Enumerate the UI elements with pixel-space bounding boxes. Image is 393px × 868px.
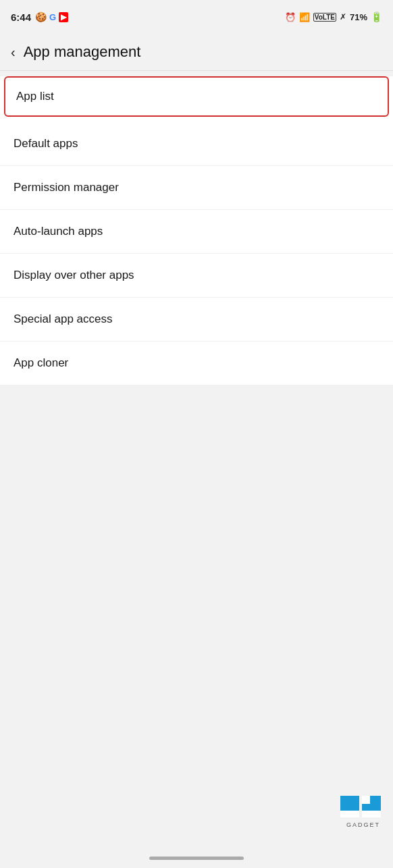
wifi-icon: 📶 [299,12,310,22]
menu-item-display-over-other-apps[interactable]: Display over other apps [0,254,393,298]
time-display: 6:44 [11,11,31,23]
alarm-icon: ⏰ [285,12,296,22]
status-time: 6:44 🍪 G ▶ [11,11,68,23]
menu-item-permission-manager[interactable]: Permission manager [0,166,393,210]
status-indicators: ⏰ 📶 VoLTE ✗ 71% 🔋 [285,11,382,22]
svg-rect-3 [362,811,381,817]
svg-text:GADGET: GADGET [346,821,380,828]
page-title: App management [24,43,141,61]
app-bar: ‹ App management [0,34,393,71]
battery-icon: 🔋 [371,11,382,22]
menu-item-special-app-access[interactable]: Special app access [0,298,393,342]
svg-rect-4 [362,796,370,804]
watermark: GADGET [339,793,388,831]
menu-item-default-apps[interactable]: Default apps [0,122,393,166]
menu-item-app-cloner[interactable]: App cloner [0,342,393,385]
cookie-icon: 🍪 [35,11,47,22]
home-bar [149,857,244,860]
youtube-icon: ▶ [59,12,68,22]
menu-item-auto-launch-apps[interactable]: Auto-launch apps [0,210,393,254]
signal-x-icon: ✗ [340,12,346,22]
vowifi-icon: VoLTE [313,13,336,22]
menu-list: App listDefault appsPermission managerAu… [0,76,393,385]
watermark-logo: GADGET [339,793,388,828]
menu-item-app-list[interactable]: App list [4,76,389,117]
status-app-icons: 🍪 G ▶ [35,11,68,22]
svg-rect-1 [340,811,359,817]
status-bar: 6:44 🍪 G ▶ ⏰ 📶 VoLTE ✗ 71% 🔋 [0,0,393,34]
battery-display: 71% [350,12,367,22]
back-button[interactable]: ‹ [11,45,16,60]
google-icon: G [49,12,56,22]
